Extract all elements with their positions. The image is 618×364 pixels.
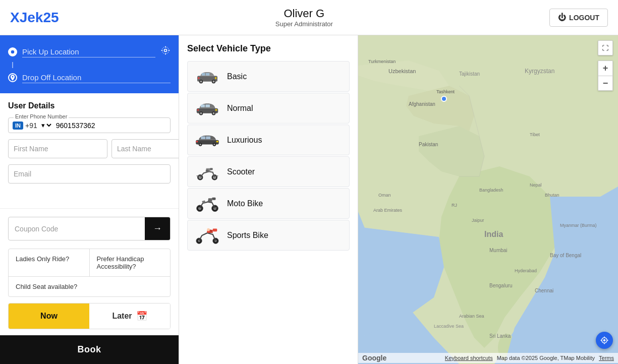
svg-text:Bengaluru: Bengaluru (489, 283, 513, 288)
svg-rect-40 (212, 197, 215, 200)
my-location-button[interactable] (596, 332, 613, 349)
svg-text:Arabian Sea: Arabian Sea (459, 314, 484, 319)
svg-rect-27 (201, 136, 205, 139)
first-name-input[interactable] (8, 139, 107, 158)
svg-rect-11 (198, 77, 199, 79)
basic-vehicle-icon (195, 68, 220, 85)
svg-point-47 (207, 228, 210, 231)
options-grid: Ladies Only Ride? Prefer Handicap Access… (8, 249, 171, 297)
svg-rect-17 (205, 104, 210, 107)
motobike-vehicle-icon (195, 195, 220, 212)
svg-point-7 (213, 80, 215, 82)
country-select[interactable]: ▾ (39, 121, 53, 130)
map-svg: Uzbekistan Turkmenistan Afghanistan Paki… (358, 35, 618, 364)
zoom-out-button[interactable]: − (598, 76, 613, 91)
pickup-row (8, 41, 171, 62)
location-connector (12, 62, 13, 68)
basic-vehicle-name: Basic (227, 72, 247, 81)
vehicle-list: Basic (187, 61, 350, 251)
svg-point-35 (206, 169, 209, 172)
zoom-in-button[interactable]: + (598, 60, 613, 76)
coupon-section: → (0, 208, 179, 249)
svg-rect-45 (213, 228, 217, 231)
calendar-icon: 📅 (136, 311, 147, 322)
logout-button[interactable]: ⏻ LOGOUT (549, 9, 608, 27)
map-background: Uzbekistan Turkmenistan Afghanistan Paki… (358, 35, 618, 364)
left-panel: User Details Enter Phone Number IN +91 ▾ (0, 35, 179, 364)
email-input[interactable] (8, 164, 171, 184)
pickup-input[interactable] (22, 46, 155, 57)
svg-point-77 (603, 339, 606, 342)
scooter-vehicle-name: Scooter (227, 167, 255, 176)
later-label: Later (112, 312, 132, 321)
gps-icon[interactable] (160, 45, 171, 58)
time-row: Now Later 📅 (8, 303, 171, 329)
handicap-option[interactable]: Prefer Handicap Accessibility? (90, 249, 171, 276)
coupon-input[interactable] (9, 219, 145, 239)
motobike-vehicle-name: Moto Bike (227, 199, 263, 208)
name-row (8, 139, 171, 158)
svg-rect-28 (216, 141, 218, 142)
svg-text:Sri Lanka: Sri Lanka (489, 333, 511, 339)
later-button[interactable]: Later 📅 (89, 304, 170, 329)
normal-vehicle-name: Normal (227, 104, 253, 113)
svg-text:Tashkent: Tashkent (436, 89, 455, 94)
svg-point-14 (200, 112, 202, 114)
svg-text:Kyrgyzstan: Kyrgyzstan (525, 68, 554, 75)
vehicle-item-luxurious[interactable]: Luxurious (187, 125, 350, 155)
svg-rect-34 (210, 168, 213, 170)
zoom-controls: + − (598, 60, 613, 91)
dropoff-input[interactable] (22, 72, 171, 83)
user-role: Super Administrator (275, 20, 333, 28)
vehicle-item-scooter[interactable]: Scooter (187, 156, 350, 187)
keyboard-shortcuts-link[interactable]: Keyboard shortcuts (445, 355, 493, 361)
map-data-label: Map data ©2025 Google, TMap Mobility (497, 355, 595, 361)
svg-text:Pakistan: Pakistan (419, 142, 438, 147)
logo-accent: 25 (43, 10, 59, 25)
user-details-title: User Details (8, 101, 171, 110)
svg-rect-8 (206, 73, 210, 75)
dropoff-row (8, 68, 171, 87)
vehicle-item-basic[interactable]: Basic (187, 61, 350, 92)
svg-text:Mumbai: Mumbai (489, 248, 508, 253)
time-section: Now Later 📅 (0, 303, 179, 335)
dial-code: +91 (25, 122, 37, 130)
svg-text:Arab Emirates: Arab Emirates (373, 208, 403, 213)
svg-rect-20 (197, 109, 199, 110)
country-badge: IN (13, 122, 23, 130)
user-details-section: User Details Enter Phone Number IN +91 ▾ (0, 93, 179, 192)
map-panel: Uzbekistan Turkmenistan Afghanistan Paki… (358, 35, 618, 364)
logo-text: XJek (10, 10, 43, 25)
terms-link[interactable]: Terms (599, 355, 614, 361)
vehicle-item-sportsbike[interactable]: Sports Bike (187, 220, 350, 251)
phone-row: Enter Phone Number IN +91 ▾ (8, 117, 171, 133)
last-name-input[interactable] (111, 139, 179, 158)
vehicle-title: Select Vehicle Type (187, 43, 350, 54)
location-section (0, 35, 179, 93)
svg-point-23 (199, 143, 201, 145)
ladies-only-option[interactable]: Ladies Only Ride? (9, 249, 90, 276)
svg-rect-19 (215, 109, 217, 110)
svg-text:Nepal: Nepal (530, 183, 542, 188)
svg-rect-26 (206, 136, 210, 139)
svg-text:Afghanistan: Afghanistan (409, 101, 435, 107)
book-button[interactable]: Book (0, 335, 179, 364)
svg-text:Uzbekistan: Uzbekistan (388, 68, 416, 74)
svg-text:RJ: RJ (452, 203, 457, 208)
map-attribution: Google Keyboard shortcuts Map data ©2025… (358, 353, 618, 363)
svg-text:Tibet: Tibet (530, 132, 540, 137)
arrow-icon: → (153, 223, 162, 234)
phone-label: Enter Phone Number (14, 113, 69, 119)
svg-text:Oman: Oman (378, 193, 391, 198)
vehicle-item-normal[interactable]: Normal (187, 93, 350, 124)
fullscreen-button[interactable] (598, 40, 613, 55)
now-button[interactable]: Now (9, 304, 89, 329)
vehicle-item-motobike[interactable]: Moto Bike (187, 188, 350, 219)
coupon-row: → (8, 217, 171, 240)
scooter-vehicle-icon (195, 163, 220, 180)
coupon-submit-button[interactable]: → (145, 217, 170, 240)
child-seat-option[interactable]: Child Seat available? (9, 277, 170, 296)
normal-vehicle-icon (195, 99, 220, 117)
phone-input[interactable] (56, 122, 166, 130)
power-icon: ⏻ (558, 13, 566, 22)
